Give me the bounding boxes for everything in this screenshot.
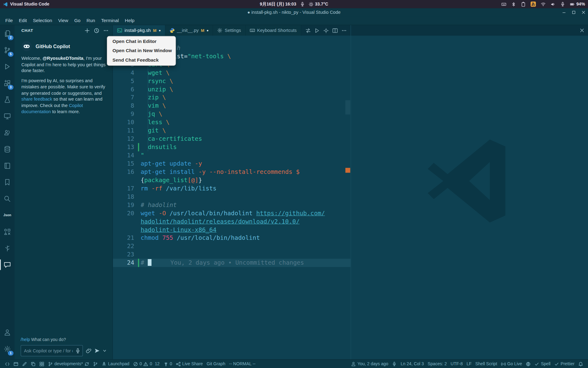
remote-indicator[interactable] <box>3 362 12 366</box>
more-actions-button[interactable] <box>341 28 347 33</box>
context-menu-item-open-chat-in-editor[interactable]: Open Chat in Editor <box>107 37 175 46</box>
split-editor-button[interactable] <box>332 28 338 33</box>
status-window[interactable] <box>12 362 20 366</box>
activity-extensions-icon[interactable]: 3 <box>0 75 15 91</box>
live-share[interactable]: Live Share <box>174 362 205 366</box>
code-line[interactable]: 11 git \ <box>113 127 351 135</box>
eol[interactable]: LF <box>465 362 473 366</box>
blame-status[interactable]: You, 2 days ago <box>349 362 390 366</box>
problems-status[interactable]: 0012 <box>131 362 162 366</box>
code-line[interactable]: 22 <box>113 242 351 251</box>
code-line[interactable]: {package_list[@]} <box>113 176 351 184</box>
code-line[interactable]: 18 <box>113 193 351 201</box>
activity-database-icon[interactable] <box>0 141 15 157</box>
vim-mode[interactable]: -- NORMAL -- <box>227 362 258 366</box>
chat-history-button[interactable] <box>94 28 99 33</box>
attach-context-button[interactable] <box>85 348 92 354</box>
git-graph-branch[interactable] <box>91 362 100 366</box>
code-line[interactable]: 13 dnsutils <box>113 143 351 151</box>
activity-accounts-icon[interactable] <box>0 324 15 341</box>
code-line[interactable]: 17rm -rf /var/lib/lists <box>113 184 351 193</box>
chat-input-box[interactable] <box>21 345 83 356</box>
code-line[interactable]: 10 less \ <box>113 118 351 127</box>
activity-remote-explorer-icon[interactable] <box>0 108 15 124</box>
menu-view[interactable]: View <box>55 18 71 23</box>
menu-selection[interactable]: Selection <box>30 18 55 23</box>
window-titlebar[interactable]: ● install-pkg.sh - nikto_py - Visual Stu… <box>0 8 588 17</box>
notifications[interactable] <box>576 362 585 366</box>
voice[interactable] <box>390 362 399 366</box>
code-line[interactable]: 16apt-get install -y --no-install-recomm… <box>113 168 351 176</box>
code-line[interactable]: 5 rsync \ <box>113 77 351 85</box>
code-line[interactable]: 4 wget \ <box>113 69 351 77</box>
status-copy[interactable] <box>29 362 37 366</box>
code-line[interactable]: 7 zip \ <box>113 94 351 102</box>
new-chat-button[interactable] <box>85 28 90 33</box>
code-line[interactable]: hadolint-Linux-x86_64 <box>113 226 351 234</box>
menu-run[interactable]: Run <box>84 18 98 23</box>
browser-preview[interactable] <box>524 362 533 366</box>
spell-checker[interactable]: Spell <box>533 362 552 366</box>
maximize-button[interactable] <box>571 10 576 15</box>
activity-bookmarks-icon[interactable] <box>0 174 15 190</box>
activity-json-icon[interactable]: Json <box>0 207 15 224</box>
tab-init-py[interactable]: __init__.pyM● <box>165 25 213 36</box>
context-menu-item-open-chat-in-new-window[interactable]: Open Chat in New Window <box>107 46 175 56</box>
weather-indicator[interactable]: 33.7°C <box>309 2 328 7</box>
send-options-chevron-icon[interactable] <box>103 348 107 354</box>
menu-go[interactable]: Go <box>71 18 84 23</box>
code-line[interactable]: 23 <box>113 251 351 259</box>
git-branch[interactable]: developments* <box>46 362 91 366</box>
activity-settings-icon[interactable]: 1 <box>0 341 15 357</box>
status-edit[interactable] <box>20 362 29 366</box>
code-line[interactable]: 8 vim \ <box>113 102 351 110</box>
code-line[interactable]: 9 jq \ <box>113 110 351 118</box>
code-line[interactable]: 21chmod 755 /usr/local/bin/hadolint <box>113 234 351 242</box>
git-graph[interactable]: Git Graph <box>205 362 227 366</box>
activity-testing-icon[interactable] <box>0 91 15 108</box>
code-line[interactable]: 24# You, 2 days ago • Uncommitted change… <box>113 259 351 267</box>
go-live[interactable]: Go Live <box>499 362 524 366</box>
encoding[interactable]: UTF-8 <box>449 362 465 366</box>
voice-input-icon[interactable] <box>75 348 81 354</box>
send-button[interactable] <box>94 348 100 354</box>
language-mode[interactable]: Shell Script <box>473 362 499 366</box>
close-window-button[interactable] <box>581 10 586 15</box>
menu-help[interactable]: Help <box>122 18 138 23</box>
tab-keyboard-shortcuts[interactable]: Keyboard Shortcuts <box>246 25 301 36</box>
open-changes-button[interactable] <box>305 28 311 33</box>
context-menu-item-send-chat-feedback[interactable]: Send Chat Feedback <box>107 56 175 65</box>
menu-file[interactable]: File <box>2 18 16 23</box>
code-editor[interactable]: 1#!/bin/bash2package_list="net-tools \3 … <box>113 44 351 359</box>
help-command-link[interactable]: /help <box>21 337 30 342</box>
tab-install-pkg-sh[interactable]: install-pkg.shM● <box>113 25 165 36</box>
scrollbar-thumb[interactable] <box>345 100 350 115</box>
activity-explorer-icon[interactable]: 2 <box>0 25 15 42</box>
tab-settings[interactable]: Settings <box>213 25 246 36</box>
clock[interactable]: 9月16日 (月) 16:03 <box>260 1 296 7</box>
code-line[interactable]: 19# hadolint <box>113 201 351 209</box>
activity-run-and-debug-icon[interactable] <box>0 58 15 75</box>
activity-gitlens-icon[interactable] <box>0 190 15 207</box>
code-line[interactable]: 20wget -O /usr/local/bin/hadolint https:… <box>113 209 351 217</box>
launchpad[interactable]: Launchpad <box>100 362 131 366</box>
indentation[interactable]: Spaces: 2 <box>426 362 449 366</box>
menu-edit[interactable]: Edit <box>16 18 30 23</box>
chat-more-actions-button[interactable] <box>103 28 109 33</box>
activity-notebooks-icon[interactable] <box>0 157 15 174</box>
activity-live-share-icon[interactable] <box>0 124 15 141</box>
code-line[interactable]: hadolint/hadolint/releases/download/v2.1… <box>113 217 351 226</box>
activity-source-control-icon[interactable]: 5 <box>0 42 15 58</box>
ports[interactable]: 0 <box>161 362 174 366</box>
code-line[interactable]: 14" <box>113 151 351 159</box>
open-preview-button[interactable] <box>323 28 329 33</box>
status-grid[interactable] <box>37 362 46 366</box>
activity-symbols-icon[interactable] <box>0 224 15 240</box>
menu-terminal[interactable]: Terminal <box>98 18 122 23</box>
minimize-button[interactable] <box>562 10 566 15</box>
close-icon[interactable] <box>579 28 585 33</box>
code-line[interactable]: 6 unzip \ <box>113 85 351 94</box>
activity-todo-tree-icon[interactable] <box>0 240 15 256</box>
chat-input[interactable] <box>21 346 83 356</box>
cursor-position[interactable]: Ln 24, Col 3 <box>399 362 426 366</box>
